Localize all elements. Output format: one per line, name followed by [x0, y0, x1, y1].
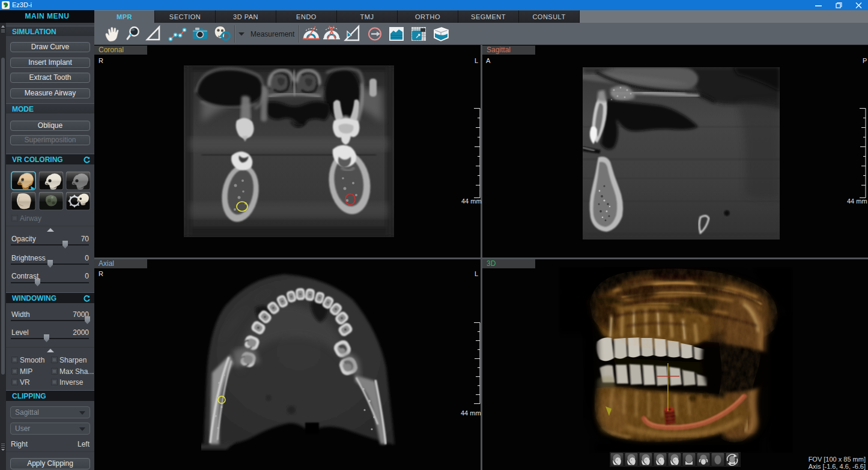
svg-text:Measurement: Measurement [250, 30, 295, 38]
